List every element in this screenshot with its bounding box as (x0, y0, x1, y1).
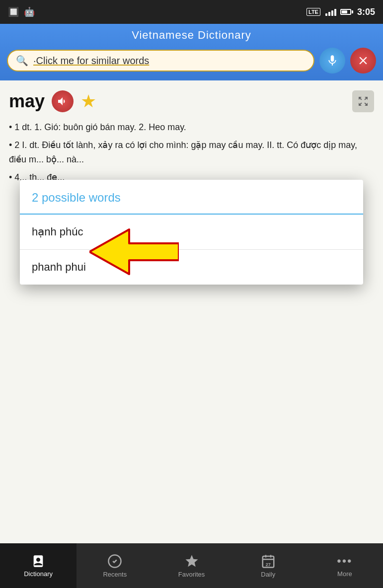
nav-label-daily: Daily (261, 571, 275, 578)
popup-item-phanh-phui[interactable]: phanh phui (20, 250, 363, 285)
signal-icon (325, 8, 336, 16)
search-input[interactable] (33, 55, 306, 67)
search-row: 🔍 (7, 48, 376, 74)
mic-button[interactable] (319, 48, 345, 74)
clear-button[interactable] (350, 48, 376, 74)
app-title: Vietnamese Dictionary (7, 29, 376, 42)
nav-label-favorites: Favorites (178, 571, 205, 578)
popup-overlay: 2 possible words hạnh phúc phanh phui (0, 80, 383, 559)
lte-badge: LTE (306, 8, 320, 16)
content-area: may ★ • 1 dt. 1. Gió: buôn gió bán may. … (0, 80, 383, 559)
nav-label-recents: Recents (103, 571, 127, 578)
close-icon (357, 54, 370, 67)
sim-icon: 🔲 (8, 6, 19, 17)
search-icon: 🔍 (16, 55, 28, 67)
status-bar: 🔲 🤖 LTE 3:05 (0, 0, 383, 24)
status-bar-right: LTE 3:05 (306, 7, 375, 17)
nav-label-dictionary: Dictionary (24, 570, 53, 578)
popup-item-hanh-phuc[interactable]: hạnh phúc (20, 215, 363, 250)
status-bar-left: 🔲 🤖 (8, 6, 35, 17)
popup-title: 2 possible words (32, 191, 121, 204)
search-container[interactable]: 🔍 (7, 50, 314, 72)
nav-label-more: More (337, 570, 352, 578)
popup-dialog: 2 possible words hạnh phúc phanh phui (20, 180, 363, 285)
battery-icon (340, 9, 353, 15)
android-icon: 🤖 (24, 6, 35, 17)
popup-header: 2 possible words (20, 180, 363, 215)
mic-icon (326, 54, 339, 67)
app-header: Vietnamese Dictionary 🔍 (0, 24, 383, 80)
clock: 3:05 (357, 7, 375, 17)
